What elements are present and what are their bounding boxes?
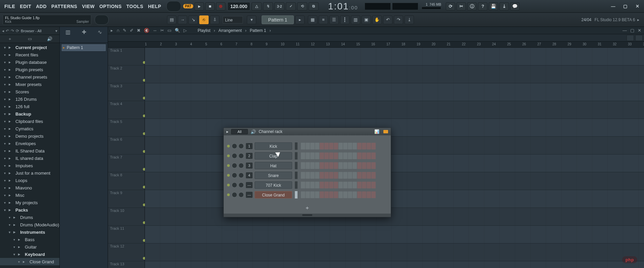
step-cell[interactable] bbox=[338, 162, 343, 169]
browser-menu-icon[interactable]: ▾ bbox=[55, 29, 57, 33]
tool-icon-10[interactable]: ⤓ bbox=[405, 15, 414, 24]
crumb-playlist[interactable]: Playlist bbox=[198, 28, 210, 33]
tool-icon-9[interactable]: ↷ bbox=[394, 15, 403, 24]
pl-draw-icon[interactable]: ✎ bbox=[123, 28, 126, 33]
step-cell[interactable] bbox=[329, 172, 333, 179]
menu-file[interactable]: FILE bbox=[2, 4, 17, 9]
channel-vol-knob[interactable] bbox=[238, 163, 244, 168]
step-cell[interactable] bbox=[338, 182, 343, 188]
cr-graph-icon[interactable]: 📊 bbox=[374, 129, 379, 134]
track-header[interactable]: Track 2 bbox=[108, 65, 145, 83]
step-cell[interactable] bbox=[310, 182, 315, 188]
browser-item[interactable]: ▾▸My projects bbox=[0, 199, 59, 206]
channel-rack-window[interactable]: ▸ All 🔊 Channel rack 📊 1 Kick 2 Clap 3 H… bbox=[223, 128, 391, 217]
pl-min-icon[interactable]: — bbox=[623, 28, 627, 33]
snap-selector[interactable]: Line bbox=[223, 16, 243, 24]
tool-icon-2[interactable]: ≡ bbox=[319, 15, 328, 24]
browser-item[interactable]: ▾▸Keyboard bbox=[0, 251, 59, 258]
step-cell[interactable] bbox=[329, 152, 333, 159]
tool-icon-4[interactable]: ┇ bbox=[340, 15, 350, 24]
channel-rack-resize[interactable] bbox=[224, 214, 391, 217]
browser-item[interactable]: ▾▸Loops bbox=[0, 177, 59, 184]
cr-speaker-icon[interactable]: 🔊 bbox=[251, 129, 256, 134]
track-header[interactable]: Track 1 bbox=[108, 48, 145, 65]
browser-tab-add[interactable]: ＋ bbox=[0, 36, 20, 42]
step-cell[interactable] bbox=[343, 182, 347, 188]
track-grid[interactable] bbox=[145, 261, 644, 268]
track-grid[interactable] bbox=[145, 101, 644, 119]
metronome-icon[interactable]: △ bbox=[252, 2, 262, 10]
pl-switch-b[interactable] bbox=[635, 35, 643, 41]
playlist-track[interactable]: Track 1 bbox=[108, 48, 644, 65]
step-cell[interactable] bbox=[324, 172, 329, 179]
track-grid[interactable] bbox=[145, 48, 644, 65]
view-browser-icon[interactable]: ⇩ bbox=[210, 15, 219, 24]
playlist-menu-icon[interactable]: ▸ bbox=[111, 28, 113, 33]
step-cell[interactable] bbox=[343, 143, 347, 149]
info-icon[interactable]: ⓘ bbox=[467, 2, 477, 10]
step-cell[interactable] bbox=[338, 172, 343, 179]
browser-item[interactable]: ▾▸Drums bbox=[0, 214, 59, 221]
feedback-icon[interactable]: 💬 bbox=[510, 2, 520, 10]
pl-zoom-icon[interactable]: 🔍 bbox=[175, 28, 180, 33]
channel-name-button[interactable]: Clap bbox=[255, 152, 292, 160]
pl-erase-icon[interactable]: ✖ bbox=[137, 28, 141, 33]
channel-pan-knob[interactable] bbox=[232, 153, 237, 159]
step-cell[interactable] bbox=[362, 143, 366, 149]
step-cell[interactable] bbox=[371, 162, 376, 169]
step-cell[interactable] bbox=[301, 143, 305, 149]
cr-step-icon[interactable] bbox=[383, 130, 388, 133]
tempo-display[interactable]: 120.000 bbox=[227, 2, 250, 11]
browser-item[interactable]: ▾▸126 full bbox=[0, 103, 59, 110]
channel-mute-led[interactable] bbox=[227, 184, 230, 186]
browser-tree[interactable]: ▾▸Current project▾▸Recent files▾▸Plugin … bbox=[0, 43, 59, 266]
tool-icon-7[interactable]: ✋ bbox=[372, 15, 382, 24]
master-pitch-knob[interactable] bbox=[95, 15, 109, 25]
track-header[interactable]: Track 11 bbox=[108, 226, 145, 243]
step-cell[interactable] bbox=[338, 143, 343, 149]
step-cell[interactable] bbox=[310, 143, 315, 149]
step-cell[interactable] bbox=[348, 182, 352, 188]
channel-mixer-route[interactable]: 2 bbox=[246, 153, 253, 159]
track-header[interactable]: Track 13 bbox=[108, 261, 145, 268]
stop-button[interactable]: ■ bbox=[205, 2, 215, 10]
menu-tools[interactable]: TOOLS bbox=[124, 4, 146, 9]
track-header[interactable]: Track 3 bbox=[108, 83, 145, 101]
channel-pan-knob[interactable] bbox=[232, 143, 237, 149]
pl-slip-icon[interactable]: ↔ bbox=[153, 28, 157, 33]
browser-item[interactable]: ▾▸Close Grand bbox=[0, 258, 59, 265]
menu-add[interactable]: ADD bbox=[34, 4, 49, 9]
step-cell[interactable] bbox=[371, 182, 376, 188]
step-cell[interactable] bbox=[306, 172, 310, 179]
minimize-icon[interactable]: — bbox=[608, 2, 618, 10]
step-cell[interactable] bbox=[334, 182, 338, 188]
snap-dropdown-icon[interactable]: ▾ bbox=[247, 15, 256, 24]
step-cell[interactable] bbox=[320, 152, 324, 159]
track-grid[interactable] bbox=[145, 83, 644, 101]
step-cell[interactable] bbox=[324, 162, 329, 169]
step-cell[interactable] bbox=[324, 143, 329, 149]
step-cell[interactable] bbox=[343, 152, 347, 159]
track-grid[interactable] bbox=[145, 208, 644, 225]
channel-pan-knob[interactable] bbox=[232, 173, 237, 178]
step-cell[interactable] bbox=[334, 143, 338, 149]
step-cell[interactable] bbox=[348, 143, 352, 149]
track-header[interactable]: Track 5 bbox=[108, 119, 145, 136]
playlist-track[interactable]: Track 2 bbox=[108, 65, 644, 83]
step-cell[interactable] bbox=[367, 152, 371, 159]
browser-item[interactable]: ▾▸Current project bbox=[0, 44, 59, 51]
browser-item[interactable]: ▾▸Bass bbox=[0, 236, 59, 243]
step-cell[interactable] bbox=[371, 152, 376, 159]
step-cell[interactable] bbox=[334, 162, 338, 169]
step-cell[interactable] bbox=[357, 182, 362, 188]
track-header[interactable]: Track 6 bbox=[108, 137, 145, 154]
playlist-track[interactable]: Track 12 bbox=[108, 243, 644, 261]
channel-name-button[interactable]: Snare bbox=[255, 172, 292, 179]
pattern-selector[interactable]: Pattern 1 bbox=[262, 15, 294, 24]
browser-tab-audio[interactable]: 🔊 bbox=[40, 36, 59, 41]
pl-close-icon[interactable]: ✕ bbox=[638, 28, 641, 33]
step-cell[interactable] bbox=[362, 172, 366, 179]
step-cell[interactable] bbox=[353, 152, 357, 159]
loop-rec-icon[interactable]: ⟲ bbox=[297, 2, 307, 10]
step-cell[interactable] bbox=[320, 162, 324, 169]
